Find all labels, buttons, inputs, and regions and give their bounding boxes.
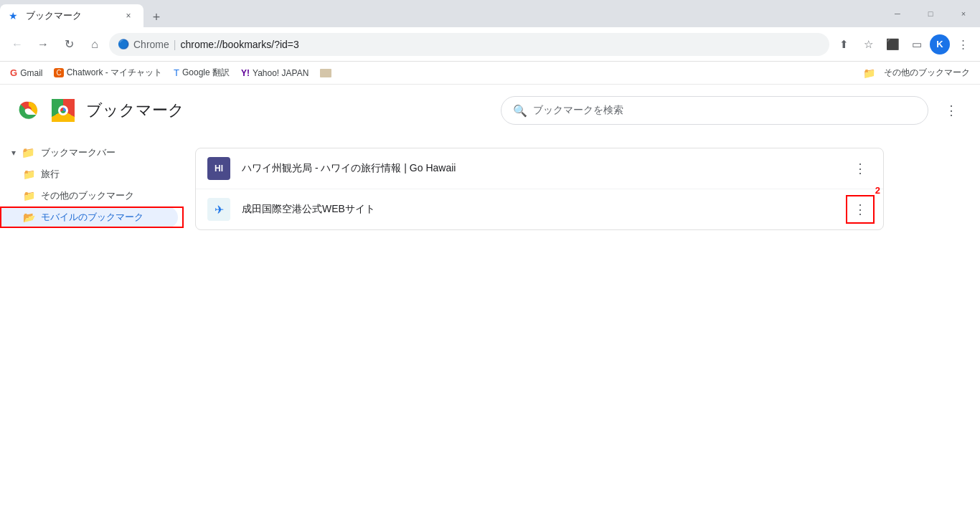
bookmarks-bar-folder-icon: 📁 [22,146,35,159]
sidebar-other-bookmarks-label: その他のブックマーク [41,189,134,202]
bookmarks-bar-item-translate[interactable]: T Google 翻訳 [169,65,234,81]
sidebar-item-bookmarks-bar[interactable]: ▾ 📁 ブックマークバー [0,142,184,163]
tab-close-button[interactable]: × [122,9,135,22]
page-wrap: ブックマーク 🔍 ブックマークを検索 ⋮ ▾ 📁 ブックマークバー 📁 [0,85,980,522]
bookmarks-bar-item-chatwork[interactable]: C Chatwork - マイチャット [50,65,166,81]
table-row: ✈ 成田国際空港公式WEBサイト 2 ⋮ [196,189,883,229]
hawaii-bookmark-title: ハワイ州観光局 - ハワイの旅行情報 | Go Hawaii [242,162,837,175]
refresh-button[interactable]: ↻ [57,33,80,56]
address-bar-right: ⬆ ☆ ⬛ ▭ K ⋮ [832,33,974,56]
new-tab-button[interactable]: + [146,7,166,27]
page-title: ブックマーク [86,100,489,121]
main-content: ブックマーク 🔍 ブックマークを検索 ⋮ ▾ 📁 ブックマークバー 📁 [0,85,980,522]
share-button[interactable]: ⬆ [832,33,855,56]
extension-button[interactable]: ⬛ [881,33,904,56]
url-path: chrome://bookmarks/?id=3 [180,39,298,50]
translate-icon: T [174,67,179,78]
unknown-favicon [320,69,331,77]
close-button[interactable]: × [947,0,980,27]
other-bookmarks-folder-icon: 📁 [863,67,875,79]
sidebar-mobile-container: 1 📂 モバイルのブックマーク [0,207,184,228]
bookmark-list: HI ハワイ州観光局 - ハワイの旅行情報 | Go Hawaii ⋮ ✈ 成田… [195,148,884,230]
page-more-button[interactable]: ⋮ [940,99,963,122]
narita-bookmark-title: 成田国際空港公式WEBサイト [242,203,837,216]
content-area: HI ハワイ州観光局 - ハワイの旅行情報 | Go Hawaii ⋮ ✈ 成田… [184,136,980,522]
search-placeholder: ブックマークを検索 [533,104,623,117]
chatwork-icon: C [54,68,63,77]
bookmarks-bar-item-unknown[interactable] [316,67,336,80]
hawaii-site-icon: HI [207,157,230,180]
search-icon: 🔍 [513,104,527,118]
toggle-icon: ▾ [11,148,16,158]
gmail-icon: G [10,67,17,78]
bookmarks-bar-item-yahoo[interactable]: Y! Yahoo! JAPAN [237,66,313,80]
sidebar-travel-label: 旅行 [41,168,60,181]
url-chrome-label: Chrome [133,39,169,50]
other-bookmarks-label[interactable]: その他のブックマーク [880,65,974,81]
chrome-logo-icon2 [52,99,75,122]
layout-button[interactable]: ▭ [905,33,928,56]
sidebar-item-other-bookmarks[interactable]: 📁 その他のブックマーク [0,185,178,207]
body-layout: ▾ 📁 ブックマークバー 📁 旅行 📁 その他のブックマーク [0,136,980,522]
home-button[interactable]: ⌂ [83,33,106,56]
chatwork-label: Chatwork - マイチャット [67,67,162,79]
profile-button[interactable]: K [930,34,950,54]
tab-favicon: ★ [9,10,20,22]
page-header: ブックマーク 🔍 ブックマークを検索 ⋮ [0,85,980,136]
url-separator: | [174,39,176,50]
back-button[interactable]: ← [6,33,29,56]
narita-more-container: 2 ⋮ [849,198,872,221]
sidebar-item-mobile-bookmarks[interactable]: 📂 モバイルのブックマーク [0,207,178,228]
forward-button[interactable]: → [32,33,55,56]
tab-title: ブックマーク [26,9,116,22]
tab-strip: ★ ブックマーク × + [0,0,166,27]
sidebar-item-travel[interactable]: 📁 旅行 [0,163,178,185]
translate-label: Google 翻訳 [182,67,230,79]
narita-icon-text: ✈ [215,203,224,217]
sidebar: ▾ 📁 ブックマークバー 📁 旅行 📁 その他のブックマーク [0,136,184,522]
window-controls: ─ □ × [881,0,980,27]
lock-icon: 🔵 [118,39,129,49]
title-bar: ★ ブックマーク × + ─ □ × [0,0,980,27]
bookmarks-bar-item-gmail[interactable]: G Gmail [6,65,47,80]
mobile-bookmarks-folder-icon: 📂 [23,212,35,223]
minimize-button[interactable]: ─ [881,0,914,27]
sidebar-bookmarks-bar-label: ブックマークバー [41,146,116,159]
bookmarks-bar: G Gmail C Chatwork - マイチャット T Google 翻訳 … [0,62,980,85]
yahoo-label: Yahoo! JAPAN [253,68,308,78]
sidebar-mobile-bookmarks-label: モバイルのブックマーク [41,211,143,224]
url-bar[interactable]: 🔵 Chrome | chrome://bookmarks/?id=3 [109,33,829,56]
gmail-label: Gmail [20,68,42,78]
travel-folder-icon: 📁 [23,169,35,180]
table-row: HI ハワイ州観光局 - ハワイの旅行情報 | Go Hawaii ⋮ [196,148,883,189]
bookmark-star-button[interactable]: ☆ [857,33,880,56]
address-bar: ← → ↻ ⌂ 🔵 Chrome | chrome://bookmarks/?i… [0,27,980,62]
search-box[interactable]: 🔍 ブックマークを検索 [501,96,928,125]
chrome-menu-button[interactable]: ⋮ [951,33,974,56]
hawaii-icon-text: HI [215,163,223,174]
active-tab[interactable]: ★ ブックマーク × [0,4,143,27]
other-bookmarks-folder-icon: 📁 [23,190,35,201]
yahoo-icon: Y! [241,68,250,78]
narita-site-icon: ✈ [207,198,230,221]
hawaii-more-button[interactable]: ⋮ [849,157,872,180]
maximize-button[interactable]: □ [914,0,947,27]
narita-more-button[interactable]: ⋮ [849,198,872,221]
bookmarks-bar-right: 📁 その他のブックマーク [863,65,974,81]
chrome-logo-icon [17,99,40,122]
